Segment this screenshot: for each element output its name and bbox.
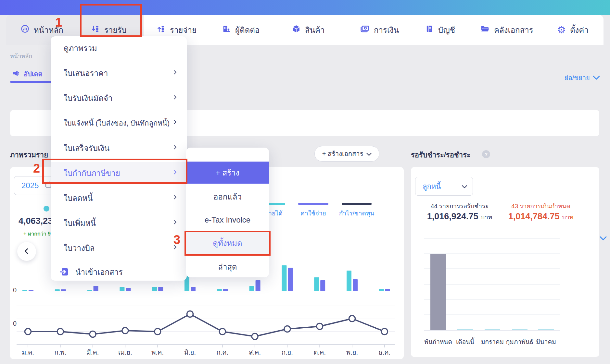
expense-bar (223, 289, 228, 291)
line-marker (381, 329, 388, 335)
create-document-button[interactable]: + สร้างเอกสาร (314, 146, 379, 162)
month-axis-label: ก.ย. (282, 349, 293, 356)
line-marker (317, 323, 323, 330)
menu-item-credit-note[interactable]: ใบลดหนี้ (51, 187, 187, 209)
menu-item-label: ดูภาพรวม (64, 42, 178, 55)
menu-item-debit-note[interactable]: ใบเพิ่มหนี้ (51, 212, 187, 234)
expense-bar (61, 289, 66, 291)
line-marker (155, 329, 161, 335)
menu-item-quotation[interactable]: ใบเสนอราคา (51, 62, 187, 84)
menu-item-import-documents[interactable]: นำเข้าเอกสาร (51, 261, 187, 283)
receivables-section-title: รอรับชำระ/รอชำระ (411, 149, 471, 161)
month-axis-label: มี.ค. (87, 349, 99, 356)
nav-item-products[interactable]: สินค้า (292, 15, 325, 45)
overview-section-title: ภาพรวมราย (10, 149, 48, 161)
line-marker (252, 334, 258, 340)
submenu-item-label: ออกแล้ว (213, 190, 242, 203)
receivables-aging-chart: พ้นกำหนดเดือนนี้มกราคมกุมภาพันธ์มีนาคม (411, 167, 599, 357)
menu-item-label: ใบลดหนี้ (64, 192, 172, 204)
chevron-right-icon (172, 168, 178, 177)
aging-axis-label: กุมภาพันธ์ (506, 338, 533, 346)
submenu-item-issued[interactable]: ออกแล้ว (186, 187, 269, 207)
aging-bar (457, 329, 473, 330)
submenu-item-label: ล่าสุด (218, 261, 237, 273)
line-marker (25, 329, 31, 335)
month-axis-label: ธ.ค. (378, 349, 390, 356)
create-document-label: + สร้างเอกสาร (322, 149, 363, 159)
contacts-icon (222, 24, 231, 35)
month-axis-label: ม.ค. (22, 349, 34, 356)
menu-item-label: ใบวางบิล (64, 242, 172, 254)
nav-label: รายจ่าย (170, 24, 197, 36)
month-axis-label: ก.ค. (216, 349, 228, 356)
menu-item-billing-note[interactable]: ใบวางบิล (51, 237, 187, 259)
line-marker (219, 329, 225, 335)
tab-updates[interactable]: อัปเดต (12, 69, 43, 79)
menu-item-deposit-receipt[interactable]: ใบรับเงินมัดจำ (51, 87, 187, 109)
expense-icon (157, 24, 166, 35)
line-marker (122, 328, 128, 334)
line-marker (57, 329, 63, 335)
expense-bar (256, 280, 261, 291)
top-gradient-strip (0, 0, 610, 15)
finance-icon (360, 24, 370, 36)
nav-label: คลังเอกสาร (494, 24, 533, 36)
breadcrumb: หน้าหลัก (10, 51, 32, 61)
line-marker (349, 316, 355, 322)
income-bar (314, 277, 319, 291)
nav-item-accounting[interactable]: บัญชี (425, 15, 455, 45)
collapse-expand-top[interactable]: ย่อ/ขยาย (565, 73, 600, 83)
chevron-right-icon (172, 68, 178, 78)
help-icon[interactable]: ? (482, 150, 490, 158)
income-bar (22, 290, 27, 291)
line-marker (187, 311, 193, 317)
menu-item-label: ใบเสนอราคา (64, 67, 172, 79)
month-axis-label: มิ.ย. (184, 349, 196, 356)
submenu-item-label: + สร้าง (216, 166, 239, 179)
gauge-icon (20, 24, 30, 35)
documents-icon (480, 24, 490, 36)
expense-bar (126, 288, 131, 291)
chevron-right-icon (172, 218, 178, 227)
income-bar (120, 287, 124, 291)
month-axis-label: ต.ค. (313, 349, 325, 356)
submenu-item-create[interactable]: + สร้าง (186, 162, 269, 184)
nav-item-documents[interactable]: คลังเอกสาร (480, 15, 533, 45)
submenu-item-view-all[interactable]: ดูทั้งหมด (186, 232, 269, 254)
expense-bar (29, 290, 33, 291)
income-bar (379, 289, 384, 291)
expense-bar (158, 287, 163, 291)
aging-bar (485, 329, 500, 330)
megaphone-icon (12, 69, 20, 79)
menu-item-sales-tax-invoice[interactable]: ใบกำกับภาษีขาย (51, 162, 187, 184)
nav-label: การเงิน (374, 24, 399, 36)
tax-invoice-submenu: + สร้าง ออกแล้ว e-Tax Invoice ดูทั้งหมด … (186, 148, 269, 277)
aging-axis-label: มีนาคม (536, 338, 556, 345)
income-icon (91, 24, 100, 35)
aging-bar (430, 254, 446, 330)
month-axis-label: พ.ค. (151, 349, 164, 356)
accounting-icon (425, 24, 434, 35)
month-axis-label: ก.พ. (55, 349, 66, 356)
menu-item-invoice[interactable]: ใบแจ้งหนี้ (ใบส่งของ, บันทึกลูกหนี้) (51, 112, 187, 134)
income-dropdown-menu: ดูภาพรวม ใบเสนอราคา ใบรับเงินมัดจำ ใบแจ้… (51, 36, 187, 281)
aging-bar (538, 329, 554, 330)
tutorial-step3-number: 3 (173, 233, 180, 247)
income-bar (152, 287, 157, 291)
submenu-item-latest[interactable]: ล่าสุด (186, 257, 269, 277)
products-icon (292, 24, 301, 35)
nav-item-settings[interactable]: ⚙ ตั้งค่า (557, 15, 589, 45)
nav-item-contacts[interactable]: ผู้ติดต่อ (222, 15, 260, 45)
menu-item-label: ใบเสร็จรับเงิน (64, 142, 172, 154)
aging-axis-label: มกราคม (481, 338, 504, 345)
expense-bar (191, 287, 196, 291)
menu-item-overview[interactable]: ดูภาพรวม (51, 37, 187, 59)
menu-item-label: ใบเพิ่มหนี้ (64, 217, 172, 229)
menu-item-label: ใบกำกับภาษีขาย (64, 167, 172, 179)
submenu-item-etax-invoice[interactable]: e-Tax Invoice (186, 210, 269, 230)
menu-item-receipt[interactable]: ใบเสร็จรับเงิน (51, 137, 187, 159)
nav-item-finance[interactable]: การเงิน (360, 15, 399, 45)
line-marker (90, 331, 96, 337)
tutorial-step1-number: 1 (55, 16, 62, 30)
income-bar (87, 290, 92, 291)
